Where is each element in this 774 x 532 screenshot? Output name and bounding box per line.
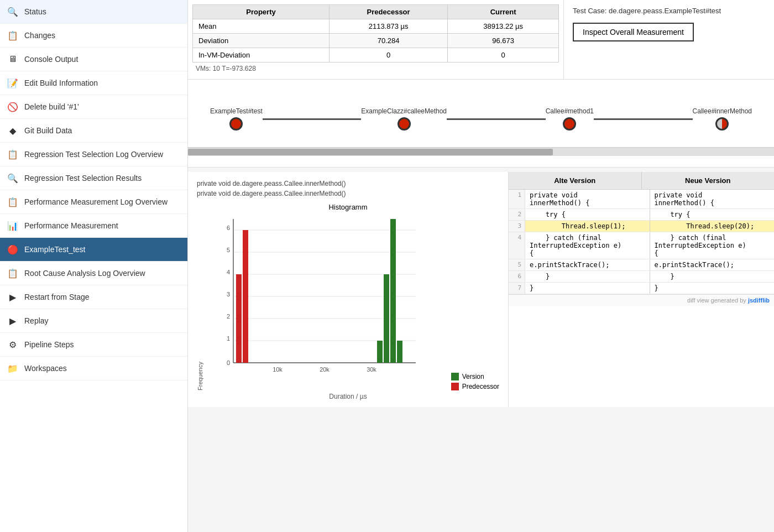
x-axis-label: Duration / µs (197, 393, 499, 400)
sidebar-item-restart-stage[interactable]: ▶Restart from Stage (0, 285, 187, 309)
sidebar-item-label-restart-stage: Restart from Stage (24, 293, 90, 301)
histogram-title-line2: private void de.dagere.peass.Callee.inne… (197, 189, 499, 199)
sidebar: 🔍Status📋Changes🖥Console Output📝Edit Buil… (0, 0, 188, 532)
diff-code-right-1: private void innerMethod() { (650, 190, 775, 208)
flow-section: ExampleTest#testExampleClazz#calleeMetho… (188, 80, 774, 168)
edit-build-info-icon: 📝 (7, 77, 19, 89)
sidebar-item-label-perf-log: Performance Measurement Log Overview (24, 197, 168, 206)
top-panels: Property Predecessor Current Mean2113.87… (188, 0, 774, 80)
sidebar-item-label-changes: Changes (24, 31, 55, 40)
flow-node-1: ExampleClazz#calleeMethod (361, 107, 447, 131)
stat-predecessor: 2113.873 µs (329, 19, 447, 34)
diff-header: Alte Version Neue Version (509, 172, 774, 190)
flow-dot-0 (229, 117, 243, 131)
console-output-icon: 🖥 (7, 53, 19, 65)
stat-property: Deviation (193, 34, 330, 48)
diff-code-right-7: } (650, 283, 775, 294)
flow-line-2 (594, 118, 693, 120)
y-axis-label: Frequency (197, 362, 203, 390)
diff-line-num-1: 1 (509, 190, 525, 208)
sidebar-item-label-regression-log: Regression Test Selection Log Overview (24, 150, 163, 159)
inspect-overall-btn[interactable]: Inspect Overall Measurement (573, 23, 694, 41)
diff-footer-prefix: diff view generated by (687, 297, 748, 304)
flow-dot-1 (398, 117, 411, 131)
legend-version-color (451, 373, 459, 380)
sidebar-item-workspaces[interactable]: 📁Workspaces (0, 357, 187, 380)
example-test-icon: 🔴 (7, 243, 19, 255)
sidebar-item-replay[interactable]: ▶Replay (0, 309, 187, 333)
chart-body: 0 1 2 3 4 5 6 (206, 213, 444, 390)
diff-code-left-1: private void innerMethod() { (525, 190, 650, 208)
replay-icon: ▶ (7, 315, 19, 327)
diff-code-left-6: } (525, 271, 650, 282)
diff-code-right-4: } catch (final InterruptedException e) { (650, 232, 775, 259)
test-case-label: Test Case: de.dagere.peass.ExampleTest#t… (573, 7, 765, 15)
diff-row-5: 5e.printStackTrace();e.printStackTrace()… (509, 259, 774, 271)
legend-predecessor-color (451, 383, 459, 390)
diff-code-right-6: } (650, 271, 775, 282)
stats-panel: Property Predecessor Current Mean2113.87… (188, 0, 564, 79)
regression-log-icon: 📋 (7, 148, 19, 160)
sidebar-item-pipeline-steps[interactable]: ⚙Pipeline Steps (0, 333, 187, 357)
diff-code-left-5: e.printStackTrace(); (525, 259, 650, 270)
svg-text:2: 2 (227, 313, 230, 320)
flow-scrollbar[interactable] (188, 147, 774, 156)
sidebar-item-changes[interactable]: 📋Changes (0, 24, 187, 48)
svg-text:5: 5 (227, 247, 230, 253)
sidebar-item-git-build-data[interactable]: ◆Git Build Data (0, 119, 187, 143)
diff-line-num-2: 2 (509, 209, 525, 220)
sidebar-item-regression-results[interactable]: 🔍Regression Test Selection Results (0, 166, 187, 190)
flow-dot-3 (715, 117, 729, 131)
sidebar-item-console-output[interactable]: 🖥Console Output (0, 48, 187, 71)
flow-node-label-0: ExampleTest#test (210, 107, 263, 115)
col-current: Current (448, 5, 559, 19)
flow-dot-2 (563, 117, 576, 131)
sidebar-item-label-console-output: Console Output (24, 55, 78, 64)
diff-col-left-header: Alte Version (509, 172, 642, 189)
sidebar-item-label-pipeline-steps: Pipeline Steps (24, 340, 74, 349)
sidebar-item-perf-measurement[interactable]: 📊Performance Measurement (0, 214, 187, 238)
sidebar-item-regression-log[interactable]: 📋Regression Test Selection Log Overview (0, 143, 187, 166)
diff-footer-link[interactable]: jsdifflib (748, 297, 770, 304)
svg-rect-21 (384, 274, 389, 363)
diff-line-num-4: 4 (509, 232, 525, 259)
sidebar-item-status[interactable]: 🔍Status (0, 0, 187, 24)
svg-text:6: 6 (227, 225, 230, 231)
chart-area: Frequency 0 1 2 3 4 (197, 213, 499, 390)
stat-property: In-VM-Deviation (193, 48, 330, 62)
svg-text:3: 3 (227, 291, 230, 298)
sidebar-item-edit-build-info[interactable]: 📝Edit Build Information (0, 71, 187, 95)
diff-row-2: 2 try { try { (509, 209, 774, 221)
stats-table: Property Predecessor Current Mean2113.87… (192, 4, 559, 62)
histogram-title-line1: private void de.dagere.peass.Callee.inne… (197, 179, 499, 189)
perf-log-icon: 📋 (7, 196, 19, 208)
sidebar-item-delete-build[interactable]: 🚫Delete build '#1' (0, 95, 187, 119)
sidebar-item-example-test[interactable]: 🔴ExampleTest_test (0, 238, 187, 262)
diff-code-left-7: } (525, 283, 650, 294)
diff-row-3: 3 Thread.sleep(1); Thread.sleep(20); (509, 221, 774, 232)
svg-rect-18 (236, 274, 242, 363)
sidebar-item-label-perf-measurement: Performance Measurement (24, 221, 118, 230)
diff-row-4: 4 } catch (final InterruptedException e)… (509, 232, 774, 259)
sidebar-item-perf-log[interactable]: 📋Performance Measurement Log Overview (0, 190, 187, 214)
diff-code-left-2: try { (525, 209, 650, 220)
flow-node-3: Callee#innerMethod (693, 107, 752, 131)
diff-col-right-header: Neue Version (642, 172, 775, 189)
stat-predecessor: 0 (329, 48, 447, 62)
vms-info: VMs: 10 T=-973.628 (192, 62, 559, 75)
flow-line-0 (263, 118, 362, 120)
sidebar-item-root-cause[interactable]: 📋Root Cause Analysis Log Overview (0, 262, 187, 285)
sidebar-item-label-status: Status (24, 7, 46, 16)
diff-line-num-3: 3 (509, 221, 525, 232)
diff-code-right-2: try { (650, 209, 775, 220)
chart-container: Histogramm Frequency 0 1 2 (197, 203, 499, 400)
sidebar-item-label-replay: Replay (24, 316, 49, 325)
diff-line-num-6: 6 (509, 271, 525, 282)
legend-predecessor-label: Predecessor (462, 383, 499, 390)
sidebar-item-label-delete-build: Delete build '#1' (24, 102, 79, 111)
svg-rect-23 (397, 341, 402, 363)
stat-current: 38913.22 µs (448, 19, 559, 34)
changes-icon: 📋 (7, 29, 19, 41)
chart-title: Histogramm (197, 203, 499, 211)
diff-line-num-5: 5 (509, 259, 525, 270)
